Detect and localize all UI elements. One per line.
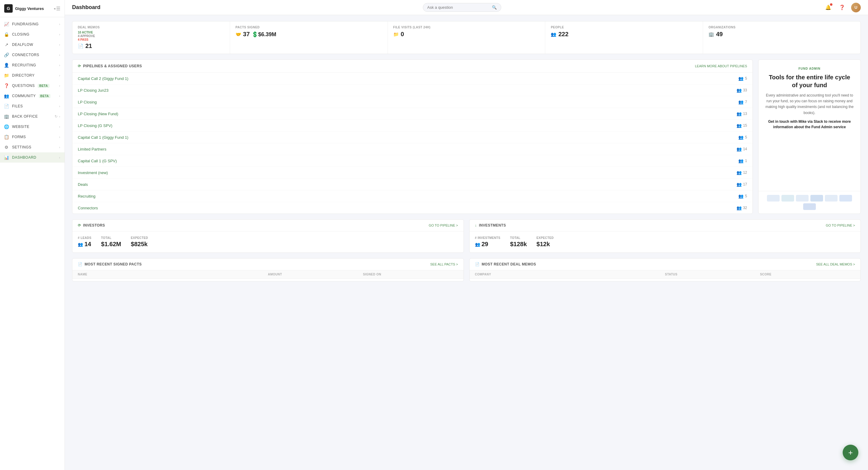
nav-item-left-files: 📄 FILES: [4, 104, 23, 108]
sidebar-item-recruiting[interactable]: 👤 RECRUITING ›: [0, 60, 65, 70]
sidebar-item-connectors[interactable]: 🔗 CONNECTORS ›: [0, 50, 65, 60]
help-button[interactable]: ❓: [837, 3, 847, 12]
forms-nav-icon: 📋: [4, 134, 9, 139]
sidebar-logo[interactable]: G: [4, 4, 13, 13]
stat-icon-file-visits: 📁: [393, 32, 399, 37]
sidebar-item-files[interactable]: 📄 FILES ›: [0, 101, 65, 111]
search-input[interactable]: [427, 5, 490, 10]
fund-admin-logos: [758, 191, 861, 214]
investors-leads: # LEADS 👥 14: [78, 236, 91, 248]
sidebar-item-dashboard[interactable]: 📊 DASHBOARD ›: [0, 152, 65, 163]
dealflow-nav-icon: ↗: [4, 42, 9, 47]
investors-total-value: $1.62M: [101, 241, 121, 248]
pipeline-row[interactable]: Limited Partners 👥 14: [72, 143, 752, 155]
sidebar-item-community[interactable]: 👥 COMMUNITY BETA ›: [0, 91, 65, 101]
signed-pacts-label: MOST RECENT SIGNED PACTS: [85, 262, 142, 267]
main-content: Dashboard 🔍 🔔 ❓ U DEAL MEMOS 10 ACTIVE4 …: [65, 0, 868, 470]
pipeline-row[interactable]: Recruiting 👥 5: [72, 190, 752, 202]
deal-memos-card: 📄 MOST RECENT DEAL MEMOS SEE ALL DEAL ME…: [469, 258, 861, 281]
partner-logo-7: [803, 203, 816, 210]
pipeline-name: Connectors: [78, 206, 98, 210]
investments-header-left: ↓ INVESTMENTS: [475, 223, 506, 227]
pipeline-row[interactable]: Deals 👥 17: [72, 179, 752, 190]
nav-chevron-back-office: ›: [59, 115, 60, 118]
deal-memos-header-left: 📄 MOST RECENT DEAL MEMOS: [475, 262, 536, 267]
pipeline-users-icon: 👥: [737, 88, 742, 93]
col-status: STATUS: [665, 273, 760, 276]
investors-header: ⟳ INVESTORS GO TO PIPELINE >: [72, 220, 464, 231]
nav-item-left-website: 🌐 WEBSITE: [4, 124, 30, 129]
pipeline-users-icon: 👥: [737, 170, 742, 175]
bottom-tables: 📄 MOST RECENT SIGNED PACTS SEE ALL PACTS…: [72, 258, 861, 281]
investments-count-value: 👥 29: [475, 241, 501, 248]
investors-leads-icon: 👥: [78, 242, 83, 247]
fab-button[interactable]: +: [843, 445, 858, 460]
pipeline-name: Recruiting: [78, 194, 96, 198]
sidebar-item-questions[interactable]: ❓ QUESTIONS BETA ›: [0, 81, 65, 91]
pipeline-row[interactable]: LP Closing 👥 7: [72, 96, 752, 108]
sidebar-item-website[interactable]: 🌐 WEBSITE ›: [0, 122, 65, 132]
sidebar-item-dealflow[interactable]: ↗ DEALFLOW ›: [0, 39, 65, 50]
pipelines-card-header: ⟳ PIPELINES & ASSIGNED USERS LEARN MORE …: [72, 60, 752, 73]
sidebar-item-label-connectors: CONNECTORS: [12, 53, 39, 57]
pipeline-row[interactable]: Capital Call 1 (G SPV) 👥 1: [72, 155, 752, 167]
see-all-deal-memos-link[interactable]: SEE ALL DEAL MEMOS >: [816, 262, 855, 266]
sidebar-collapse-button[interactable]: ◂ ☰: [54, 6, 60, 11]
learn-more-pipelines-link[interactable]: LEARN MORE ABOUT PIPELINES: [695, 64, 747, 68]
nav-chevron-directory: ›: [59, 73, 60, 77]
investments-total: TOTAL $128k: [510, 236, 527, 248]
nav-item-left-closing: 🔒 CLOSING: [4, 32, 30, 37]
fund-admin-tag: FUND ADMIN: [765, 67, 854, 70]
questions-nav-icon: ❓: [4, 83, 9, 88]
stat-badge-deal-memos-0: 10 ACTIVE: [78, 31, 224, 34]
investments-go-pipeline-link[interactable]: GO TO PIPELINE >: [826, 223, 855, 227]
pipelines-icon: ⟳: [78, 64, 81, 68]
investors-expected-value: $825k: [131, 241, 148, 248]
stat-value-people: 👥 222: [551, 31, 697, 38]
partner-logo-3: [796, 195, 809, 201]
pipeline-row[interactable]: LP Closing (G SPV) 👥 15: [72, 120, 752, 131]
pipeline-users-count: 👥 32: [737, 206, 747, 210]
pipeline-name: Capital Call 1 (Giggy Fund 1): [78, 135, 128, 140]
pipeline-row[interactable]: Investment (new) 👥 12: [72, 167, 752, 179]
partner-logo-1: [767, 195, 780, 201]
avatar[interactable]: U: [851, 3, 861, 12]
investments-count-icon: 👥: [475, 242, 480, 247]
investments-card: ↓ INVESTMENTS GO TO PIPELINE > # INVESTM…: [469, 219, 861, 253]
sidebar-logo-area: G Giggy Ventures: [4, 4, 44, 13]
page-title: Dashboard: [72, 4, 100, 10]
settings-nav-icon: ⚙: [4, 145, 9, 150]
pipeline-row[interactable]: LP Closing Jun23 👥 33: [72, 85, 752, 96]
sidebar-item-forms[interactable]: 📋 FORMS ›: [0, 132, 65, 142]
sidebar-item-label-dashboard: DASHBOARD: [12, 155, 36, 160]
sidebar-item-directory[interactable]: 📁 DIRECTORY ›: [0, 70, 65, 81]
nav-chevron-dealflow: ›: [59, 43, 60, 46]
pipeline-users-icon: 👥: [738, 194, 743, 198]
sidebar-item-fundraising[interactable]: 📈 FUNDRAISING ›: [0, 19, 65, 29]
notifications-button[interactable]: 🔔: [824, 3, 833, 12]
pipeline-row[interactable]: Connectors 👥 32: [72, 202, 752, 214]
investments-count: # INVESTMENTS 👥 29: [475, 236, 501, 248]
see-all-pacts-link[interactable]: SEE ALL PACTS >: [430, 262, 458, 266]
pipeline-row[interactable]: LP Closing (New Fund) 👥 13: [72, 108, 752, 120]
pipeline-name: LP Closing: [78, 100, 97, 104]
sidebar-item-closing[interactable]: 🔒 CLOSING ›: [0, 29, 65, 39]
pipeline-users-count: 👥 7: [738, 99, 747, 104]
nav-chevron-files: ›: [59, 104, 60, 108]
sidebar-item-settings[interactable]: ⚙ SETTINGS ›: [0, 142, 65, 152]
notification-badge: [830, 3, 832, 6]
stat-label-deal-memos: DEAL MEMOS: [78, 26, 224, 29]
pipeline-row[interactable]: Capital Call 2 (Giggy Fund 1) 👥 5: [72, 73, 752, 85]
search-bar[interactable]: 🔍: [423, 3, 501, 12]
nav-chevron-closing: ›: [59, 33, 60, 36]
sidebar-item-label-questions: QUESTIONS: [12, 84, 35, 88]
investments-count-label: # INVESTMENTS: [475, 236, 501, 240]
investors-go-pipeline-link[interactable]: GO TO PIPELINE >: [429, 223, 458, 227]
nav-chevron-community: ›: [59, 94, 60, 98]
nav-chevron-fundraising: ›: [59, 22, 60, 26]
pipeline-row[interactable]: Capital Call 1 (Giggy Fund 1) 👥 5: [72, 131, 752, 143]
pipeline-name: Deals: [78, 182, 88, 187]
dashboard-content: DEAL MEMOS 10 ACTIVE4 APPROVE4 PASS 📄 21…: [65, 15, 868, 470]
sidebar-item-back-office[interactable]: 🏢 BACK OFFICE ↻ ›: [0, 111, 65, 122]
fund-admin-content: FUND ADMIN Tools for the entire life cyc…: [758, 60, 861, 191]
